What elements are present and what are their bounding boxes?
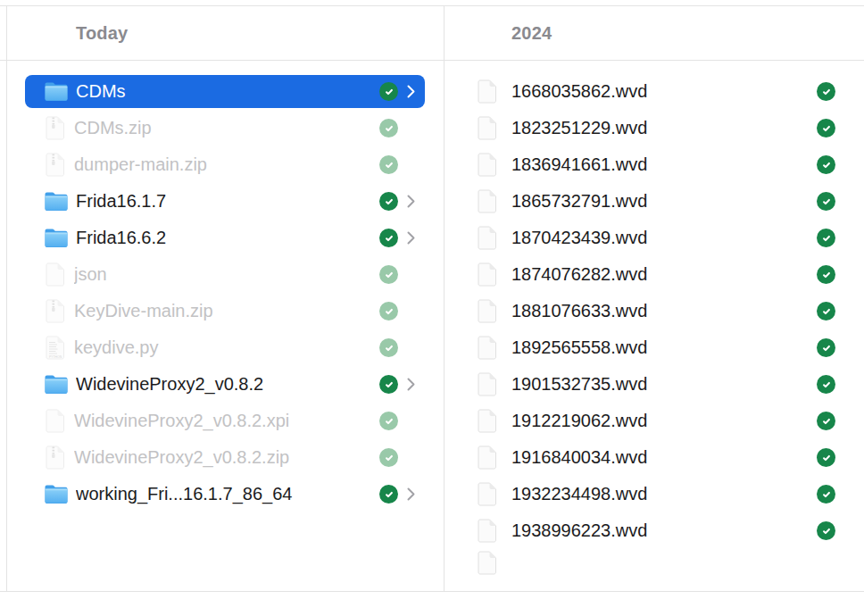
chevron-right-icon [407,378,416,391]
document-icon [45,409,66,433]
date-group-header-2024: 2024 [511,6,552,60]
file-name-label: 1892565558.wvd [511,337,817,358]
sync-check-icon [817,375,835,394]
file-name-label: CDMs.zip [74,118,379,138]
file-row[interactable]: 1938996223.wvd [444,514,864,547]
sync-check-icon [379,375,398,394]
folder-row[interactable]: Frida16.1.7 [25,185,425,218]
file-row[interactable]: 1912219062.wvd [444,404,864,437]
file-name-label: keydive.py [74,337,379,358]
document-icon [477,372,498,396]
folder-icon [45,192,68,211]
document-icon [477,189,498,213]
document-icon [477,299,498,323]
zip-file-icon [45,116,66,140]
date-group-header-today: Today [76,6,128,60]
file-row[interactable]: json [25,258,425,291]
document-icon [477,116,498,140]
document-icon [477,79,498,104]
file-name-label: WidevineProxy2_v0.8.2.zip [74,447,379,468]
sync-check-icon [379,448,398,467]
sync-check-icon [379,119,398,137]
file-row[interactable]: 1881076633.wvd [444,295,864,328]
sync-check-icon [817,338,835,357]
sync-check-icon [817,521,835,540]
file-row[interactable]: CDMs.zip [25,112,425,145]
file-row[interactable]: KeyDive-main.zip [25,295,425,328]
file-name-label: 1932234498.wvd [511,484,817,504]
file-row[interactable]: WidevineProxy2_v0.8.2.xpi [25,404,425,437]
file-row[interactable]: dumper-main.zip [25,148,425,181]
sync-check-icon [817,412,835,430]
sync-check-icon [379,338,398,357]
chevron-right-icon [407,85,416,98]
document-icon [477,519,498,543]
sync-check-icon [817,192,835,211]
zip-file-icon [45,445,66,470]
sync-check-icon [817,265,835,284]
file-row[interactable]: 1901532735.wvd [444,368,864,401]
file-name-label: 1870423439.wvd [511,228,817,248]
folder-icon [45,229,68,247]
file-name-label: 1836941661.wvd [511,154,817,175]
zip-file-icon [45,299,66,323]
sync-check-icon [379,82,398,101]
file-name-label: 1912219062.wvd [511,411,817,431]
file-name-label: CDMs [76,81,379,102]
file-row[interactable]: 1668035862.wvd [444,75,864,108]
folder-row[interactable]: WidevineProxy2_v0.8.2 [25,368,425,401]
file-row[interactable]: 1836941661.wvd [444,148,864,181]
folder-row[interactable]: Frida16.6.2 [25,221,425,254]
chevron-right-icon [407,195,416,208]
column-list-2024[interactable]: 1668035862.wvd 1823251229.wvd 1836941661… [444,61,864,591]
document-icon [477,551,498,575]
document-icon [477,336,498,360]
top-divider [0,5,864,6]
file-row[interactable]: 1870423439.wvd [444,221,864,254]
file-row[interactable]: 1892565558.wvd [444,331,864,364]
file-name-label: dumper-main.zip [74,154,379,175]
file-row[interactable] [444,551,864,590]
file-row[interactable]: WidevineProxy2_v0.8.2.zip [25,441,425,474]
sync-check-icon [817,302,835,320]
sync-check-icon [817,229,835,247]
document-icon [45,262,66,287]
file-name-label: 1916840034.wvd [511,447,817,468]
document-icon [477,409,498,433]
file-name-label: 1938996223.wvd [511,520,817,541]
file-row[interactable]: 1823251229.wvd [444,112,864,145]
file-name-label: 1874076282.wvd [511,264,817,285]
document-icon [477,482,498,506]
sync-check-icon [379,412,398,430]
file-name-label: 1865732791.wvd [511,191,817,212]
file-row[interactable]: 1865732791.wvd [444,185,864,218]
file-row[interactable]: 1916840034.wvd [444,441,864,474]
document-icon [477,153,498,177]
folder-icon [45,375,68,394]
sync-check-icon [379,192,398,211]
chevron-right-icon [407,231,416,245]
folder-icon [45,485,68,504]
file-name-label: WidevineProxy2_v0.8.2 [76,374,379,395]
folder-row[interactable]: CDMs [25,75,425,108]
file-name-label: WidevineProxy2_v0.8.2.xpi [74,411,379,431]
folder-row[interactable]: working_Fri...16.1.7_86_64 [25,478,425,511]
bottom-divider [0,591,864,592]
sync-check-icon [379,265,398,284]
sync-check-icon [379,155,398,174]
file-row[interactable]: PYTHON keydive.py [25,331,425,364]
chevron-right-icon [407,487,416,501]
svg-text:PYTHON: PYTHON [49,355,62,359]
document-icon [477,226,498,250]
document-icon [477,262,498,287]
file-row[interactable]: 1874076282.wvd [444,258,864,291]
file-name-label: KeyDive-main.zip [74,301,379,321]
sync-check-icon [817,485,835,504]
python-file-icon: PYTHON [45,336,66,360]
file-name-label: 1881076633.wvd [511,301,817,321]
file-name-label: Frida16.6.2 [76,228,379,248]
file-name-label: working_Fri...16.1.7_86_64 [76,484,379,504]
file-name-label: 1668035862.wvd [511,81,817,102]
file-row[interactable]: 1932234498.wvd [444,478,864,511]
column-list-today[interactable]: CDMs CDMs.zip dumper-main.zip Frida16.1.… [7,61,444,591]
